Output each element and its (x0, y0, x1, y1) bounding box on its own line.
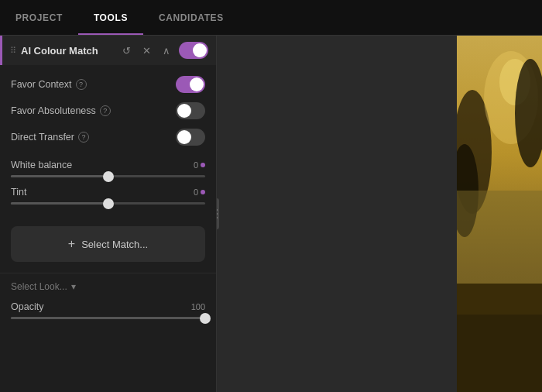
collapse-button[interactable]: ∧ (159, 43, 174, 58)
plugin-toggle[interactable] (179, 42, 208, 59)
favor-absoluteness-help-icon[interactable]: ? (100, 105, 111, 116)
favor-absoluteness-label-group: Favor Absoluteness ? (11, 105, 111, 116)
tint-slider-row: Tint 0 (11, 187, 205, 205)
white-balance-slider-row: White balance 0 (11, 160, 205, 177)
direct-transfer-help-icon[interactable]: ? (78, 132, 89, 143)
favor-absoluteness-row: Favor Absoluteness ? (11, 98, 205, 124)
tint-thumb[interactable] (103, 198, 114, 209)
tint-track[interactable] (11, 202, 205, 205)
tab-project[interactable]: PROJECT (0, 0, 78, 35)
favor-context-help-icon[interactable]: ? (76, 79, 87, 90)
direct-transfer-toggle[interactable] (176, 129, 205, 146)
tint-label: Tint (11, 187, 26, 198)
select-match-button[interactable]: + Select Match... (11, 226, 205, 262)
direct-transfer-row: Direct Transfer ? (11, 124, 205, 150)
favor-absoluteness-toggle[interactable] (176, 102, 205, 119)
tab-tools[interactable]: TOOLS (78, 0, 143, 35)
tint-fill (11, 202, 108, 205)
opacity-track[interactable] (11, 317, 205, 319)
settings-section: Favor Context ? Favor Absoluteness ? (0, 65, 216, 156)
tab-bar: PROJECT TOOLS CANDIDATES (0, 0, 542, 36)
content-area (217, 36, 542, 392)
favor-context-toggle[interactable] (176, 76, 205, 93)
opacity-fill (11, 317, 205, 319)
opacity-value: 100 (191, 302, 205, 311)
select-match-label: Select Match... (81, 239, 148, 250)
favor-context-row: Favor Context ? (11, 71, 205, 98)
white-balance-dot (201, 163, 205, 167)
opacity-thumb[interactable] (200, 313, 211, 324)
tint-value: 0 (194, 187, 205, 197)
white-balance-fill (11, 175, 108, 177)
favor-context-label-group: Favor Context ? (11, 79, 87, 90)
left-panel: ⠿ AI Colour Match ↺ ✕ ∧ Favor Context ? (0, 36, 217, 392)
main-layout: ⠿ AI Colour Match ↺ ✕ ∧ Favor Context ? (0, 36, 542, 392)
tint-dot (201, 190, 205, 194)
plugin-title: AI Colour Match (21, 45, 114, 57)
plugin-header: ⠿ AI Colour Match ↺ ✕ ∧ (0, 36, 216, 65)
drag-icon: ⠿ (10, 46, 16, 56)
tab-candidates[interactable]: CANDIDATES (143, 0, 239, 35)
direct-transfer-label-group: Direct Transfer ? (11, 132, 89, 143)
white-balance-track[interactable] (11, 175, 205, 177)
select-look-label: Select Look... (11, 281, 67, 292)
panel-divider[interactable] (217, 198, 219, 229)
plugin-toggle-knob (193, 43, 207, 57)
chevron-down-icon: ▾ (71, 281, 76, 292)
painting-preview (457, 36, 542, 392)
close-button[interactable]: ✕ (139, 43, 154, 58)
select-look-row[interactable]: Select Look... ▾ (0, 273, 216, 298)
plus-icon: + (68, 237, 75, 251)
opacity-label: Opacity (11, 301, 43, 312)
sliders-section: White balance 0 Tint 0 (0, 156, 216, 222)
white-balance-value: 0 (194, 160, 205, 170)
white-balance-thumb[interactable] (103, 171, 114, 182)
svg-rect-5 (457, 315, 542, 392)
white-balance-label: White balance (11, 160, 72, 170)
history-button[interactable]: ↺ (118, 43, 134, 58)
opacity-section: Opacity 100 (0, 298, 216, 327)
